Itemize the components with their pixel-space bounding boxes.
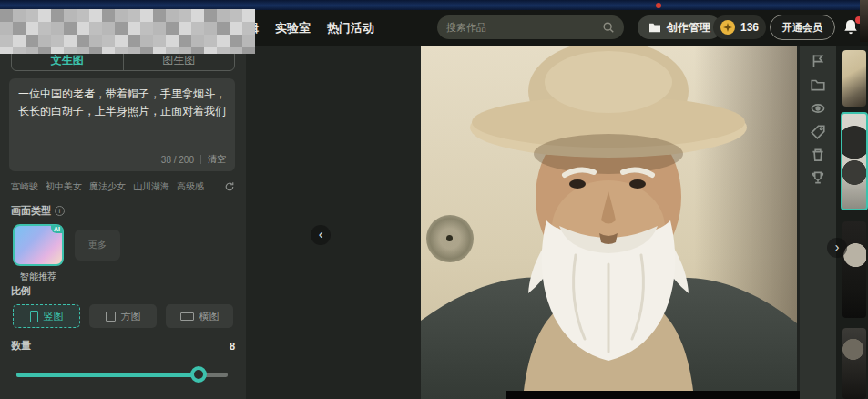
type-section-label: 画面类型 <box>11 204 51 218</box>
info-icon[interactable]: i <box>55 206 65 216</box>
ratio-label: 竖图 <box>44 310 64 323</box>
landscape-rect-icon <box>180 312 194 321</box>
divider <box>200 155 201 164</box>
quantity-slider-fill <box>16 373 199 377</box>
thumbnail-3[interactable] <box>842 221 866 318</box>
cursor-highlight <box>426 215 474 262</box>
ratio-portrait-button[interactable]: 竖图 <box>13 304 80 328</box>
nav-item-lab[interactable]: 实验室 <box>275 20 311 36</box>
blurred-logo <box>0 9 255 54</box>
ai-badge: AI <box>51 225 63 233</box>
corner-image-sliver <box>860 0 868 42</box>
previous-image-button[interactable]: ‹ <box>311 225 331 245</box>
manage-works-button[interactable]: 创作管理 <box>638 15 721 39</box>
search-box[interactable] <box>437 15 624 39</box>
ratio-square-button[interactable]: 方图 <box>89 304 157 328</box>
credits-counter[interactable]: 136 <box>713 15 766 39</box>
flag-icon[interactable] <box>810 53 826 69</box>
credits-value: 136 <box>740 21 759 34</box>
quantity-value: 8 <box>230 341 235 352</box>
suggestion-tag[interactable]: 魔法少女 <box>89 180 126 193</box>
thumbnail-1[interactable] <box>842 50 866 107</box>
coin-icon <box>720 20 735 35</box>
ratio-section-label: 比例 <box>11 284 31 298</box>
history-thumbnails <box>836 46 868 399</box>
suggestion-tag[interactable]: 山川湖海 <box>133 180 169 193</box>
thumbnail-2-selected[interactable] <box>841 112 868 210</box>
suggestion-tag[interactable]: 高级感 <box>177 180 204 193</box>
quantity-slider-handle[interactable] <box>190 366 207 383</box>
ratio-landscape-button[interactable]: 横图 <box>166 304 233 328</box>
notifications-button[interactable] <box>842 18 862 38</box>
trash-icon[interactable] <box>810 147 826 163</box>
ratio-label: 横图 <box>199 310 220 323</box>
style-card-smart-recommend[interactable]: AI <box>13 224 64 266</box>
trophy-icon[interactable] <box>810 169 826 186</box>
quantity-row: 数量 8 <box>11 339 235 353</box>
thumbnail-4[interactable] <box>842 328 866 399</box>
generation-settings-panel: 文生图 图生图 一位中国的老者，带着帽子，手里拿烟斗，长长的白胡子，上半身照片，… <box>0 46 246 399</box>
manage-works-label: 创作管理 <box>667 20 710 36</box>
image-actions-toolbar <box>800 46 836 399</box>
prompt-input[interactable]: 一位中国的老者，带着帽子，手里拿烟斗，长长的白胡子，上半身照片，正面对着我们 <box>18 86 226 151</box>
suggestion-tag[interactable]: 初中美女 <box>46 180 82 193</box>
folder-icon <box>648 22 661 33</box>
folder-icon[interactable] <box>810 77 826 93</box>
nav-menu: 编辑 实验室 热门活动 <box>235 10 374 46</box>
ratio-section-title: 比例 <box>11 284 31 298</box>
next-image-button[interactable]: › <box>827 238 847 258</box>
nav-item-activities[interactable]: 热门活动 <box>327 20 374 36</box>
style-card-label: 智能推荐 <box>5 271 71 283</box>
player-marker <box>656 3 661 8</box>
tag-icon[interactable] <box>810 124 826 140</box>
type-section-title: 画面类型 i <box>11 204 65 218</box>
refresh-icon[interactable] <box>224 181 235 192</box>
search-icon[interactable] <box>602 21 615 34</box>
upgrade-membership-button[interactable]: 开通会员 <box>770 15 835 40</box>
clear-prompt-button[interactable]: 清空 <box>208 153 226 166</box>
prompt-footer: 38 / 200 清空 <box>161 153 226 166</box>
app-window: 编辑 实验室 热门活动 创作管理 136 开通会员 <box>0 0 868 399</box>
ratio-label: 方图 <box>121 310 141 323</box>
prompt-suggestions: 宫崎骏 初中美女 魔法少女 山川湖海 高级感 <box>11 180 235 193</box>
square-rect-icon <box>106 312 116 322</box>
bottom-overlay-bar <box>506 391 800 399</box>
search-input[interactable] <box>446 22 602 33</box>
ratio-options: 竖图 方图 横图 <box>13 304 233 328</box>
quantity-label: 数量 <box>11 339 31 353</box>
prompt-editor[interactable]: 一位中国的老者，带着帽子，手里拿烟斗，长长的白胡子，上半身照片，正面对着我们 3… <box>9 78 235 171</box>
portrait-rect-icon <box>30 311 38 322</box>
upgrade-membership-label: 开通会员 <box>782 21 822 35</box>
more-styles-button[interactable]: 更多 <box>75 230 120 261</box>
suggestion-tag[interactable]: 宫崎骏 <box>11 180 38 193</box>
quantity-slider[interactable] <box>16 366 228 383</box>
generated-image[interactable] <box>421 46 797 399</box>
eye-icon[interactable] <box>810 100 826 117</box>
result-canvas <box>246 46 800 399</box>
char-counter: 38 / 200 <box>161 155 194 165</box>
